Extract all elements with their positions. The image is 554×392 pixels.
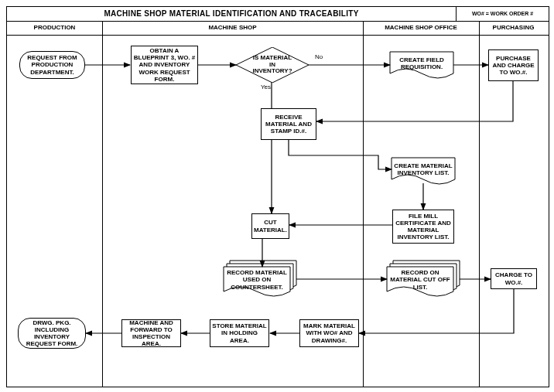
document-inventory-list: CREATE MATERIAL INVENTORY LIST. — [392, 158, 455, 181]
terminator-request: REQUEST FROM PRODUCTION DEPARTMENT. — [19, 51, 85, 79]
document-countersheet: RECORD MATERIAL USED ON COUNTERSHEET. — [224, 267, 290, 293]
decision-inventory: IS MATERIAL IN INVENTORY? — [236, 47, 309, 83]
process-obtain: OBTAIN A BLUEPRINT 3, WO. # AND INVENTOR… — [131, 46, 198, 84]
process-file-mill: FILE MILL CERTIFICATE AND MATERIAL INVEN… — [392, 210, 454, 244]
process-receive: RECEIVE MATERIAL AND STAMP ID.#. — [261, 108, 316, 140]
process-store: STORE MATERIAL IN HOLDING AREA. — [210, 319, 269, 347]
decision-no-label: No — [315, 53, 323, 60]
diagram-frame: MACHINE SHOP MATERIAL IDENTIFICATION AND… — [6, 6, 549, 387]
decision-yes-label: Yes — [261, 84, 271, 90]
process-mark: MARK MATERIAL WITH WO# AND DRAWING#. — [299, 319, 359, 347]
decision-label: IS MATERIAL IN INVENTORY? — [236, 47, 309, 83]
process-purchase: PURCHASE AND CHARGE TO WO.#. — [488, 49, 539, 81]
document-create-requisition: CREATE FIELD REQUISITION. — [390, 52, 453, 75]
process-charge: CHARGE TO WO.#. — [491, 268, 537, 289]
document-cutoff-list: RECORD ON MATERIAL CUT OFF LIST. — [387, 267, 453, 293]
terminator-drwg-pkg: DRWG. PKG. INCLUDING INVENTORY REQUEST F… — [18, 318, 86, 349]
process-machine: MACHINE AND FORWARD TO INSPECTION AREA. — [121, 319, 181, 347]
diagram-sheet: MACHINE SHOP MATERIAL IDENTIFICATION AND… — [0, 0, 554, 392]
process-cut: CUT MATERIAL. — [251, 213, 289, 239]
